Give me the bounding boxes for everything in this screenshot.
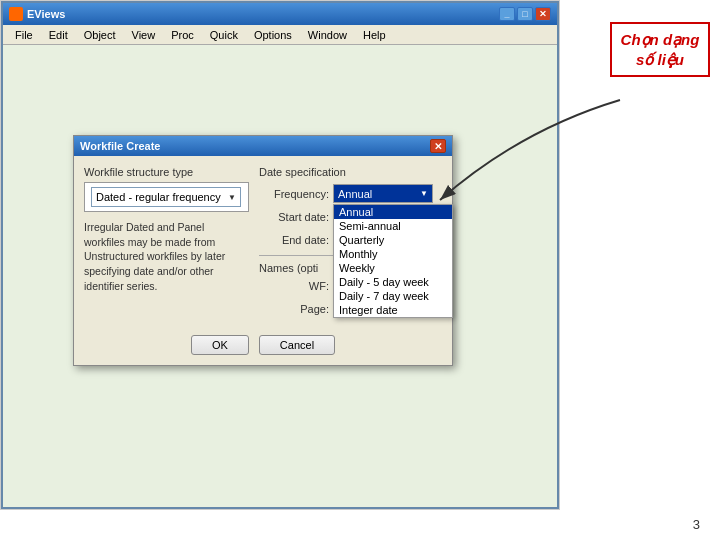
menu-help[interactable]: Help <box>355 27 394 43</box>
start-date-label: Start date: <box>259 211 329 223</box>
workfile-create-dialog: Workfile Create ✕ Workfile structure typ… <box>73 135 453 366</box>
freq-option-weekly[interactable]: Weekly <box>334 261 452 275</box>
frequency-arrow-icon: ▼ <box>420 189 428 198</box>
freq-option-integer[interactable]: Integer date <box>334 303 452 317</box>
dialog-two-col: Workfile structure type Dated - regular … <box>84 166 442 323</box>
structure-label: Workfile structure type <box>84 166 249 178</box>
freq-option-daily7[interactable]: Daily - 7 day week <box>334 289 452 303</box>
menu-object[interactable]: Object <box>76 27 124 43</box>
annotation-text: Chọn dạng số liệu <box>621 31 700 68</box>
close-button[interactable]: ✕ <box>535 7 551 21</box>
structure-box: Dated - regular frequency ▼ <box>84 182 249 212</box>
frequency-dropdown: Annual Semi-annual Quarterly Monthly Wee… <box>333 204 453 318</box>
minimize-button[interactable]: _ <box>499 7 515 21</box>
menu-view[interactable]: View <box>124 27 164 43</box>
structure-select[interactable]: Dated - regular frequency ▼ <box>91 187 241 207</box>
page-label: Page: <box>259 303 329 315</box>
frequency-row: Frequency: Annual ▼ Annual <box>259 184 442 203</box>
left-column: Workfile structure type Dated - regular … <box>84 166 249 293</box>
right-column: Date specification Frequency: Annual ▼ <box>259 166 442 323</box>
ok-button[interactable]: OK <box>191 335 249 355</box>
dialog-buttons: OK Cancel <box>84 335 442 355</box>
menu-file[interactable]: File <box>7 27 41 43</box>
info-text: Irregular Dated and Panelworkfiles may b… <box>84 220 249 293</box>
wf-label: WF: <box>259 280 329 292</box>
end-date-label: End date: <box>259 234 329 246</box>
freq-option-semiannual[interactable]: Semi-annual <box>334 219 452 233</box>
freq-option-monthly[interactable]: Monthly <box>334 247 452 261</box>
menu-quick[interactable]: Quick <box>202 27 246 43</box>
page-number: 3 <box>693 517 700 532</box>
window-titlebar: EViews _ □ ✕ <box>3 3 557 25</box>
frequency-value: Annual <box>338 188 372 200</box>
app-icon <box>9 7 23 21</box>
date-spec-title: Date specification <box>259 166 442 178</box>
menubar: File Edit Object View Proc Quick Options… <box>3 25 557 45</box>
dialog-close-button[interactable]: ✕ <box>430 139 446 153</box>
names-label: Names (opti <box>259 262 339 274</box>
menu-proc[interactable]: Proc <box>163 27 202 43</box>
content-area: Workfile Create ✕ Workfile structure typ… <box>3 45 557 507</box>
freq-option-quarterly[interactable]: Quarterly <box>334 233 452 247</box>
freq-option-daily5[interactable]: Daily - 5 day week <box>334 275 452 289</box>
structure-value: Dated - regular frequency <box>96 191 221 203</box>
annotation-box: Chọn dạng số liệu <box>610 22 710 77</box>
frequency-label: Frequency: <box>259 188 329 200</box>
app-title: EViews <box>27 8 65 20</box>
dialog-titlebar: Workfile Create ✕ <box>74 136 452 156</box>
frequency-dropdown-container: Annual ▼ Annual Semi-annual Quarterly <box>333 184 433 203</box>
structure-arrow-icon: ▼ <box>228 193 236 202</box>
freq-option-annual[interactable]: Annual <box>334 205 452 219</box>
window-controls: _ □ ✕ <box>499 7 551 21</box>
cancel-button[interactable]: Cancel <box>259 335 335 355</box>
frequency-selected[interactable]: Annual ▼ <box>333 184 433 203</box>
structure-dropdown-row: Dated - regular frequency ▼ <box>91 187 242 207</box>
menu-options[interactable]: Options <box>246 27 300 43</box>
dialog-content: Workfile structure type Dated - regular … <box>74 156 452 365</box>
menu-window[interactable]: Window <box>300 27 355 43</box>
slide-area: EViews _ □ ✕ File Edit Object View Proc … <box>0 0 560 510</box>
menu-edit[interactable]: Edit <box>41 27 76 43</box>
dialog-title: Workfile Create <box>80 140 161 152</box>
maximize-button[interactable]: □ <box>517 7 533 21</box>
